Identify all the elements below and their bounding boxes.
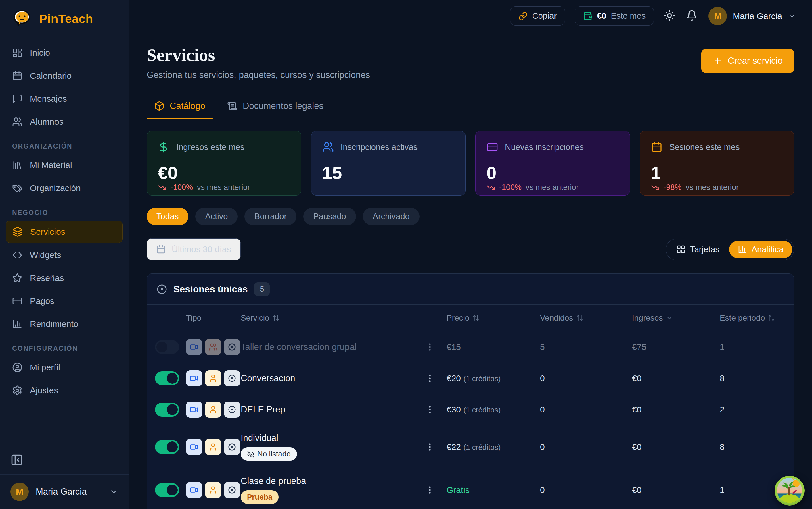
col-servicio[interactable]: Servicio xyxy=(241,313,424,323)
theme-toggle-button[interactable] xyxy=(664,10,676,23)
view-analitica[interactable]: Analítica xyxy=(729,241,792,258)
brand-logo[interactable]: PinTeach xyxy=(0,0,128,37)
row-menu-button[interactable] xyxy=(424,403,436,416)
list-toolbar: Últimos 30 días Tarjetas Analítica xyxy=(147,238,794,260)
filter-todas[interactable]: Todas xyxy=(147,208,188,225)
sidebar-item-label: Pagos xyxy=(30,296,54,306)
tab-label: Catálogo xyxy=(170,101,205,111)
filter-activo[interactable]: Activo xyxy=(195,208,238,225)
create-service-label: Crear servicio xyxy=(728,56,783,66)
tab-catalogo[interactable]: Catálogo xyxy=(147,96,213,118)
stat-value: 0 xyxy=(487,163,619,183)
service-toggle[interactable] xyxy=(155,340,179,354)
brand-mascot-icon xyxy=(11,8,33,30)
sidebar-item-rendimiento[interactable]: Rendimiento xyxy=(6,313,123,335)
date-range-button[interactable]: Últimos 30 días xyxy=(147,238,241,260)
row-menu-button[interactable] xyxy=(424,484,436,496)
date-range-label: Últimos 30 días xyxy=(171,244,231,254)
user-circle-icon xyxy=(12,362,23,373)
stat-card-sesiones: Sesiones este mes 1 -98% vs mes anterior xyxy=(640,131,794,196)
row-menu-button[interactable] xyxy=(424,341,436,353)
notifications-button[interactable] xyxy=(686,10,699,23)
col-vendidos[interactable]: Vendidos xyxy=(540,313,632,323)
calendar-icon xyxy=(156,244,166,254)
sidebar-item-resenas[interactable]: Reseñas xyxy=(6,267,123,289)
stat-delta-note: vs mes anterior xyxy=(197,183,250,192)
sidebar-user-name: Maria Garcia xyxy=(36,486,103,497)
sidebar-item-mensajes[interactable]: Mensajes xyxy=(6,88,123,110)
chevron-down-icon xyxy=(110,487,118,496)
sidebar-item-servicios[interactable]: Servicios xyxy=(6,220,123,243)
sidebar-item-mi-perfil[interactable]: Mi perfil xyxy=(6,357,123,378)
filter-borrador[interactable]: Borrador xyxy=(244,208,296,225)
row-menu-button[interactable] xyxy=(424,441,436,453)
stat-delta-note: vs mes anterior xyxy=(526,183,579,192)
stat-card-ingresos: Ingresos este mes €0 -100% vs mes anteri… xyxy=(147,131,301,196)
tab-label: Documentos legales xyxy=(243,101,323,111)
table-row: DELE Prep €30 (1 créditos) 0 €0 2 xyxy=(147,394,794,425)
sidebar-item-inicio[interactable]: Inicio xyxy=(6,42,123,64)
service-name[interactable]: Clase de prueba xyxy=(241,476,306,486)
ingresos-cell: €0 xyxy=(632,442,720,452)
sidebar-item-widgets[interactable]: Widgets xyxy=(6,244,123,266)
sidebar-collapse-button[interactable] xyxy=(10,452,25,467)
users-icon xyxy=(12,116,23,127)
col-este-periodo[interactable]: Este periodo xyxy=(720,313,786,323)
service-toggle[interactable] xyxy=(155,440,179,454)
filter-archivado[interactable]: Archivado xyxy=(363,208,419,225)
message-icon xyxy=(12,94,23,104)
wallet-icon xyxy=(583,11,592,21)
table-count-badge: 5 xyxy=(254,282,270,296)
price-cell: €15 xyxy=(446,342,540,352)
credit-card-icon xyxy=(487,141,498,153)
col-ingresos[interactable]: Ingresos xyxy=(632,313,720,323)
panel-collapse-icon xyxy=(10,453,23,466)
target-icon xyxy=(224,439,240,455)
view-tarjetas[interactable]: Tarjetas xyxy=(668,241,728,258)
sidebar-item-pagos[interactable]: Pagos xyxy=(6,290,123,312)
service-name[interactable]: Conversacion xyxy=(241,373,295,383)
tags-icon xyxy=(12,183,23,193)
service-toggle[interactable] xyxy=(155,483,179,497)
service-name[interactable]: Individual xyxy=(241,433,278,443)
sidebar-item-organizacion[interactable]: Organización xyxy=(6,177,123,199)
sidebar-item-mi-material[interactable]: Mi Material xyxy=(6,154,123,176)
copy-link-button[interactable]: Copiar xyxy=(510,6,565,26)
tab-documentos-legales[interactable]: Documentos legales xyxy=(220,96,331,118)
create-service-button[interactable]: Crear servicio xyxy=(701,49,794,73)
sidebar-item-alumnos[interactable]: Alumnos xyxy=(6,111,123,133)
view-label: Analítica xyxy=(752,245,784,254)
app-screen: PinTeach Inicio Calendario Mensajes Alum… xyxy=(0,0,812,509)
chevron-down-icon xyxy=(788,12,796,20)
user-menu[interactable]: M Maria Garcia xyxy=(709,7,796,25)
sidebar-item-ajustes[interactable]: Ajustes xyxy=(6,379,123,401)
service-name[interactable]: Taller de conversacion grupal xyxy=(241,342,356,352)
filter-pausado[interactable]: Pausado xyxy=(303,208,356,225)
service-name[interactable]: DELE Prep xyxy=(241,404,285,414)
user-icon xyxy=(205,482,221,498)
sun-icon xyxy=(664,10,675,21)
trending-down-icon xyxy=(651,183,660,192)
stat-label: Sesiones este mes xyxy=(669,142,740,152)
view-switcher: Tarjetas Analítica xyxy=(666,239,794,260)
service-toggle[interactable] xyxy=(155,371,179,385)
credit-card-icon xyxy=(12,296,23,306)
view-label: Tarjetas xyxy=(690,245,719,254)
vacation-mode-button[interactable] xyxy=(775,476,805,506)
circle-dot-icon xyxy=(157,284,167,295)
user-name: Maria Garcia xyxy=(732,11,782,21)
sidebar-item-label: Mi Material xyxy=(30,160,72,170)
sidebar-item-calendario[interactable]: Calendario xyxy=(6,65,123,87)
wallet-button[interactable]: €0 Este mes xyxy=(575,6,654,26)
link-icon xyxy=(519,11,528,21)
row-menu-button[interactable] xyxy=(424,372,436,385)
col-precio[interactable]: Precio xyxy=(446,313,540,323)
service-toggle[interactable] xyxy=(155,403,179,416)
ingresos-cell: €0 xyxy=(632,405,720,414)
periodo-cell: 2 xyxy=(720,405,786,414)
sidebar-item-label: Calendario xyxy=(30,71,71,81)
main-area: Copiar €0 Este mes M Maria Garcia xyxy=(129,0,812,509)
sidebar-section-configuracion: CONFIGURACIÓN xyxy=(6,336,123,355)
sidebar-item-label: Ajustes xyxy=(30,385,58,395)
sidebar-user-menu[interactable]: M Maria Garcia xyxy=(0,474,128,509)
